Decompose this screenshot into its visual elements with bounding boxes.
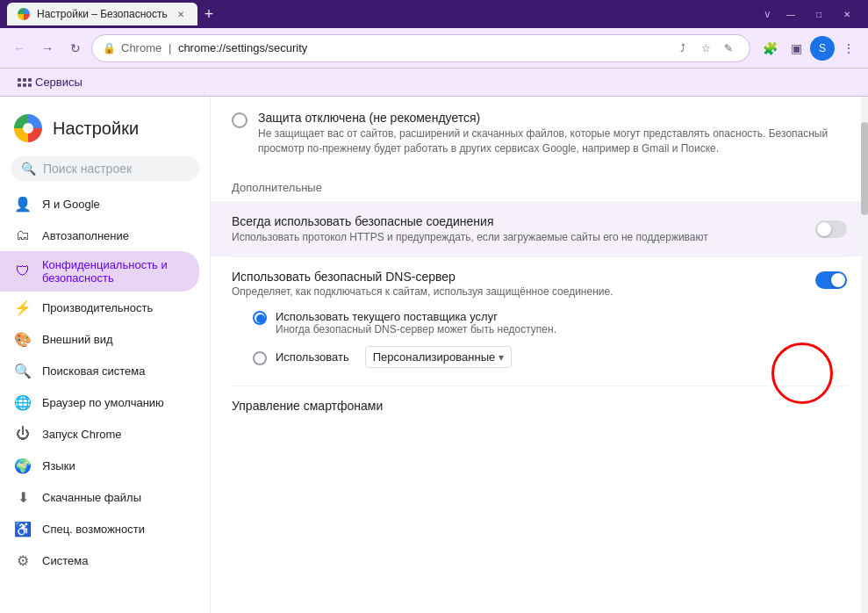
languages-icon: 🌍 [14,457,32,474]
star-icon: ☆ [701,42,711,54]
sidebar-label-browser: Браузер по умолчанию [42,396,164,409]
dns-current-label: Использовать текущего поставщика услуг [276,310,556,323]
dns-current-desc: Иногда безопасный DNS-сервер может быть … [276,323,556,335]
maximize-button[interactable]: □ [805,0,833,28]
menu-icon: ⋮ [843,41,855,55]
search-input[interactable]: Поиск настроек [43,162,132,176]
sidebar-item-performance[interactable]: ⚡ Производительность [0,292,199,323]
tab-title: Настройки – Безопасность [37,8,168,20]
chrome-label: Chrome [121,41,161,54]
dns-toggle[interactable] [815,271,847,289]
content-inner: Защита отключена (не рекомендуется) Не з… [211,97,868,446]
refresh-button[interactable]: ↻ [63,36,88,61]
sidebar-item-browser[interactable]: 🌐 Браузер по умолчанию [0,386,199,418]
sidebar-item-privacy[interactable]: 🛡 Конфиденциальность и безопасность [0,251,199,292]
back-button[interactable]: ← [7,36,32,61]
protection-off-text: Защита отключена (не рекомендуется) Не з… [258,111,847,156]
dns-option-custom[interactable]: Использовать Персонализированные ▾ [253,341,847,373]
back-icon: ← [13,41,25,55]
pencil-icon: ✎ [724,42,733,54]
window-button[interactable]: ▣ [784,36,808,61]
active-tab[interactable]: Настройки – Безопасность ✕ [7,3,197,25]
profile-button[interactable]: S [810,36,835,61]
url-bar[interactable]: 🔒 Chrome | chrome://settings/security ⤴ … [91,34,750,62]
extensions-button[interactable]: 🧩 [757,36,782,61]
power-icon: ⏻ [14,425,32,443]
sidebar-item-google[interactable]: 👤 Я и Google [0,188,199,220]
settings-title: Настройки [53,119,139,139]
profile-icon: S [819,42,826,54]
dns-desc: Определяет, как подключаться к сайтам, и… [232,285,613,298]
search-engine-icon: 🔍 [14,362,32,379]
dns-label: Использовать безопасный DNS-сервер [232,270,613,284]
bookmark-button[interactable]: ☆ [695,38,716,59]
content-area: Защита отключена (не рекомендуется) Не з… [211,97,868,613]
globe-icon: 🌐 [14,393,32,411]
dns-option-current[interactable]: Использовать текущего поставщика услуг И… [253,305,847,341]
dns-custom-prefix: Использовать [276,350,349,364]
sidebar-item-accessibility[interactable]: ♿ Спец. возможности [0,513,199,544]
manage-phones-label: Управление смартфонами [232,399,383,413]
sidebar-item-languages[interactable]: 🌍 Языки [0,450,199,481]
sidebar-label-accessibility: Спец. возможности [42,523,145,536]
addressbar: ← → ↻ 🔒 Chrome | chrome://settings/secur… [0,28,868,69]
https-toggle[interactable] [815,220,847,238]
sidebar-item-downloads[interactable]: ⬇ Скачанные файлы [0,481,199,513]
share-button[interactable]: ⤴ [672,38,693,59]
dns-custom-select[interactable]: Персонализированные ▾ [365,346,513,368]
download-icon: ⬇ [14,488,32,506]
sidebar-label-languages: Языки [42,459,75,472]
protection-off-label: Защита отключена (не рекомендуется) [258,111,847,125]
sidebar-label-google: Я и Google [42,198,100,211]
autofill-icon: 🗂 [14,227,32,244]
shield-icon: 🛡 [14,263,32,280]
minimize-button[interactable]: — [777,0,805,28]
url-separator: | [169,41,171,54]
new-tab-button[interactable]: + [201,5,218,24]
forward-button[interactable]: → [35,36,60,61]
sidebar-label-autofill: Автозаполнение [42,229,129,242]
protection-off-desc: Не защищает вас от сайтов, расширений и … [258,126,847,156]
https-setting-row: Всегда использовать безопасные соединени… [211,201,868,257]
https-desc: Использовать протокол HTTPS и предупрежд… [232,230,801,245]
window-controls: — □ ✕ [777,0,861,28]
services-bookmark[interactable]: Сервисы [11,72,90,92]
chevron-down-icon: ∨ [764,8,771,20]
palette-icon: 🎨 [14,330,32,348]
dns-setting: Использовать безопасный DNS-сервер Опред… [232,256,847,386]
sidebar-label-privacy: Конфиденциальность и безопасность [42,258,185,285]
close-button[interactable]: ✕ [833,0,861,28]
chrome-logo [14,114,42,142]
https-label: Всегда использовать безопасные соединени… [232,214,801,228]
sidebar-item-search[interactable]: 🔍 Поисковая система [0,355,199,386]
lock-icon: 🔒 [103,42,116,54]
sidebar-label-search: Поисковая система [42,364,146,378]
dns-custom-label: Персонализированные [373,350,496,364]
https-toggle-thumb [817,222,831,236]
dns-options: Использовать текущего поставщика услуг И… [232,305,847,373]
sidebar-header: Настройки [0,104,210,156]
menu-button[interactable]: ⋮ [836,36,861,61]
sidebar-item-appearance[interactable]: 🎨 Внешний вид [0,323,199,355]
search-box[interactable]: 🔍 Поиск настроек [11,156,199,181]
content-scrollbar-thumb[interactable] [861,122,868,215]
dns-radio-current[interactable] [253,311,267,325]
edit-button[interactable]: ✎ [718,38,739,59]
url-path: chrome://settings/security [178,41,307,54]
tab-close-button[interactable]: ✕ [175,8,187,20]
protection-off-option[interactable]: Защита отключена (не рекомендуется) Не з… [232,97,847,167]
dns-text: Использовать безопасный DNS-сервер Опред… [232,270,613,298]
sidebar-item-system[interactable]: ⚙ Система [0,544,199,576]
sidebar-item-startup[interactable]: ⏻ Запуск Chrome [0,418,199,450]
person-icon: 👤 [14,195,32,213]
manage-phones-row: Управление смартфонами [232,386,847,425]
sidebar-item-autofill[interactable]: 🗂 Автозаполнение [0,220,199,251]
protection-off-radio[interactable] [232,112,247,128]
dns-option-current-text: Использовать текущего поставщика услуг И… [276,310,556,335]
puzzle-icon: 🧩 [763,41,778,55]
services-label: Сервисы [35,76,82,89]
search-icon: 🔍 [21,162,36,176]
titlebar: Настройки – Безопасность ✕ + ∨ — □ ✕ [0,0,868,28]
dns-radio-custom[interactable] [253,351,267,365]
https-text: Всегда использовать безопасные соединени… [232,214,801,245]
